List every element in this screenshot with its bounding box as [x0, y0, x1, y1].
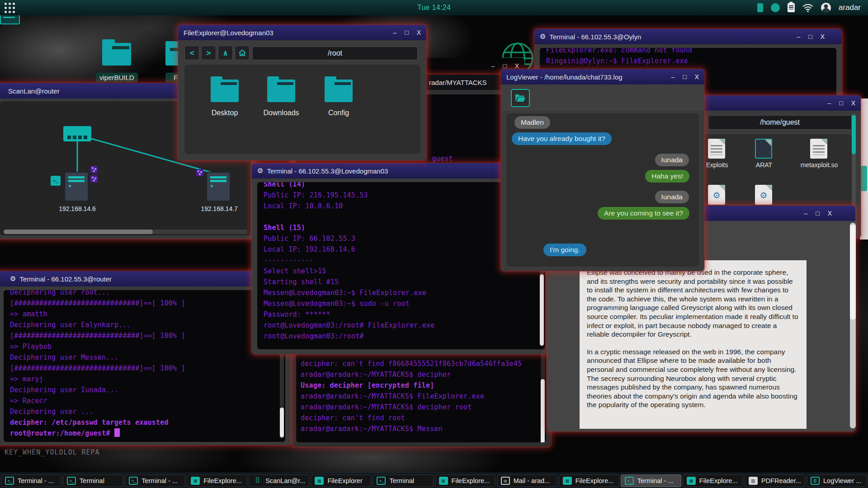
wifi-icon[interactable]	[802, 4, 813, 12]
folder-icon[interactable]	[267, 80, 295, 102]
file-label: ARAT	[746, 161, 782, 169]
switch-icon[interactable]	[63, 126, 91, 141]
minimize-button[interactable]: –	[393, 29, 396, 36]
virus-icon[interactable]	[90, 175, 98, 183]
minimize-button[interactable]: –	[671, 73, 675, 80]
taskbar-item[interactable]: Terminal - ...	[621, 474, 681, 487]
apps-menu-icon[interactable]	[4, 2, 15, 14]
scrollbar-thumb[interactable]	[540, 274, 544, 346]
taskbar-item[interactable]: ScanLan@r...	[249, 474, 309, 487]
terminal-icon: ⚙	[10, 275, 16, 283]
titlebar[interactable]: LogViewer - /home/lunada/chat733.log – □…	[501, 69, 704, 84]
status-indicators: aradar	[757, 3, 868, 13]
window-terminal-router: ⚙ Terminal - 66.102.55.3@router Decipher…	[0, 271, 291, 445]
scrollbar-thumb[interactable]	[850, 225, 856, 319]
taskbar-app-icon	[191, 477, 200, 485]
titlebar[interactable]: FileExplorer@Lovedogman03 – □ X	[178, 25, 426, 40]
maximize-button[interactable]: □	[405, 29, 408, 36]
close-button[interactable]: X	[821, 33, 825, 40]
maximize-button[interactable]: □	[816, 210, 819, 217]
maximize-button[interactable]: □	[839, 99, 843, 107]
file-icon[interactable]	[810, 139, 827, 159]
taskbar-item[interactable]: PDFReader...	[745, 474, 805, 487]
clipboard-icon[interactable]	[788, 3, 795, 12]
minimize-button[interactable]: –	[827, 99, 831, 107]
vertical-scrollbar[interactable]	[850, 223, 856, 428]
taskbar-item[interactable]: Terminal	[373, 474, 433, 487]
scrollbar-thumb[interactable]	[4, 230, 153, 234]
file-label: metaxploit.so	[794, 161, 844, 169]
taskbar-item-label: FileExplore...	[203, 477, 242, 484]
window-title: Terminal - 66.102.55.3@Lovedogman03	[267, 167, 388, 175]
virus-icon[interactable]	[90, 166, 98, 173]
computer-icon[interactable]	[64, 172, 89, 202]
computer-icon[interactable]	[206, 172, 231, 202]
close-button[interactable]: X	[695, 73, 699, 80]
taskbar-item[interactable]: Terminal	[63, 474, 123, 487]
close-button[interactable]: X	[417, 29, 421, 36]
open-file-button[interactable]	[511, 89, 530, 107]
maximize-button[interactable]: □	[503, 62, 506, 70]
terminal-lines: Deciphering user root...[###############…	[10, 290, 285, 439]
terminal-icon: ⚙	[257, 167, 263, 175]
scrollbar-thumb[interactable]	[861, 166, 867, 191]
background-window-scrollbar[interactable]	[860, 99, 868, 239]
home-button[interactable]	[235, 46, 250, 60]
titlebar[interactable]: ⚙ Terminal - 66.102.55.3@Oylyn – □ X	[534, 29, 842, 44]
window-fileexplorer-root: FileExplorer@Lovedogman03 – □ X < > ∧ /r…	[178, 25, 426, 160]
desktop-icon-viperbuild[interactable]: viperBUILD	[96, 43, 138, 82]
minimize-button[interactable]: –	[797, 33, 800, 40]
terminal-line: aradar@aradark:~/MYATTACKS$ Messen	[301, 423, 522, 434]
maximize-button[interactable]: □	[808, 33, 812, 40]
taskbar-item[interactable]: FileExplore...	[435, 474, 495, 487]
scrollbar-thumb[interactable]	[541, 379, 545, 442]
virus-icon[interactable]	[196, 169, 203, 176]
user-avatar-icon[interactable]	[821, 3, 831, 13]
library-file-icon[interactable]	[755, 185, 772, 205]
navigation-buttons: < > ∧	[184, 46, 250, 60]
back-button[interactable]: <	[184, 46, 199, 60]
forward-button[interactable]: >	[201, 46, 216, 60]
battery-icon[interactable]	[757, 3, 763, 12]
taskbar-item[interactable]: Terminal - ...	[125, 474, 185, 487]
terminal-line: aradar@aradark:~/MYATTACKS$ decipher roo…	[301, 402, 522, 413]
taskbar-item[interactable]: FileExplore...	[559, 474, 619, 487]
folder-icon[interactable]	[325, 80, 353, 102]
taskbar-item[interactable]: FileExplore...	[683, 474, 743, 487]
horizontal-scrollbar[interactable]	[4, 230, 247, 234]
taskbar-item[interactable]: LogViewer ...	[807, 474, 867, 487]
close-button[interactable]: X	[515, 62, 519, 70]
status-circle-icon[interactable]	[771, 3, 780, 12]
up-button[interactable]: ∧	[218, 46, 233, 60]
window-controls: – □ X	[393, 29, 421, 36]
terminal-line: => maryj	[10, 374, 285, 385]
library-file-icon[interactable]	[708, 185, 725, 205]
scrollbar-thumb[interactable]	[852, 115, 856, 154]
minimize-button[interactable]: –	[804, 210, 807, 217]
address-bar[interactable]: /root	[252, 47, 418, 60]
minimize-button[interactable]: –	[491, 62, 495, 70]
taskbar-app-icon	[315, 477, 324, 485]
maximize-button[interactable]: □	[683, 73, 686, 80]
address-bar[interactable]: /home/guest	[708, 115, 852, 130]
folder-label: Desktop	[198, 109, 252, 117]
binary-file-icon[interactable]	[755, 139, 772, 159]
shell-badge-icon[interactable]: >_	[51, 176, 61, 186]
taskbar-item[interactable]: Terminal - ...	[1, 474, 61, 487]
folder-icon[interactable]	[211, 80, 239, 102]
taskbar-app-icon	[439, 477, 448, 485]
terminal-content[interactable]: Deciphering user root...[###############…	[4, 290, 285, 442]
titlebar[interactable]: ⚙ Terminal - 66.102.55.3@router	[0, 271, 291, 286]
terminal-line: => Racecr	[10, 395, 285, 406]
taskbar-item[interactable]: Mail - arad...	[497, 474, 557, 487]
window-controls: – □ X	[797, 33, 825, 40]
file-icon[interactable]	[708, 139, 725, 159]
taskbar-item[interactable]: FileExplorer	[311, 474, 371, 487]
chat-message: Are you coming to see it?	[598, 207, 689, 220]
close-button[interactable]: X	[851, 99, 855, 107]
scrollbar-thumb[interactable]	[280, 408, 284, 437]
terminal-line: decipher: /etc/passwd targets exausted	[10, 417, 285, 428]
taskbar-item-label: FileExplorer	[327, 477, 362, 484]
close-button[interactable]: X	[828, 210, 832, 217]
taskbar-item[interactable]: FileExplore...	[187, 474, 247, 487]
